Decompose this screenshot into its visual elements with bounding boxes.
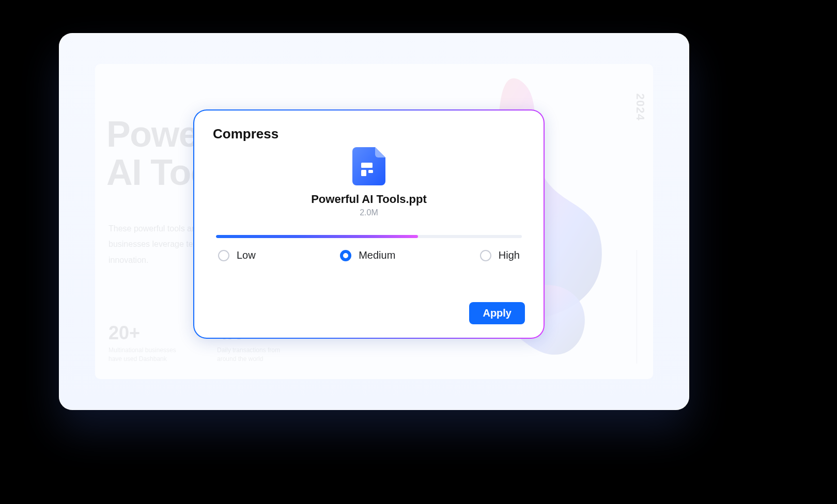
compression-fill: [216, 235, 418, 238]
radio-low-dot: [218, 250, 229, 261]
radio-high-label: High: [499, 249, 520, 261]
stage: Powerful AI Tools These powerful tools a…: [0, 0, 837, 504]
radio-high-dot: [480, 250, 491, 261]
compression-controls: Low Medium High: [213, 235, 525, 261]
stat-1-cap: Daily transactions from around the world: [217, 346, 289, 364]
compress-dialog: Compress: [194, 111, 544, 338]
radio-low-label: Low: [237, 249, 256, 261]
svg-rect-2: [368, 170, 373, 173]
apply-button[interactable]: Apply: [469, 302, 525, 324]
svg-rect-0: [361, 163, 373, 168]
radio-high[interactable]: High: [480, 249, 520, 261]
radio-low[interactable]: Low: [218, 249, 256, 261]
dialog-actions: Apply: [213, 302, 525, 324]
compress-dialog-border: Compress: [193, 109, 545, 339]
svg-rect-1: [361, 170, 366, 176]
compression-track[interactable]: [216, 235, 522, 238]
stat-0: 20+ Multinational businesses have used D…: [109, 322, 181, 364]
radio-medium-dot: [340, 250, 351, 261]
radio-medium-label: Medium: [359, 249, 395, 261]
compression-options: Low Medium High: [216, 249, 522, 261]
stat-0-cap: Multinational businesses have used Dashb…: [109, 346, 181, 364]
file-name: Powerful AI Tools.ppt: [311, 193, 427, 206]
ppt-file-icon: [352, 147, 385, 185]
file-block: Powerful AI Tools.ppt 2.0M: [213, 147, 525, 217]
dialog-title: Compress: [213, 126, 525, 142]
radio-medium[interactable]: Medium: [340, 249, 395, 261]
slide-side-rule: [637, 250, 642, 364]
file-size: 2.0M: [360, 208, 378, 217]
slide-year: 2024: [633, 93, 647, 121]
stat-0-num: 20+: [109, 322, 181, 344]
